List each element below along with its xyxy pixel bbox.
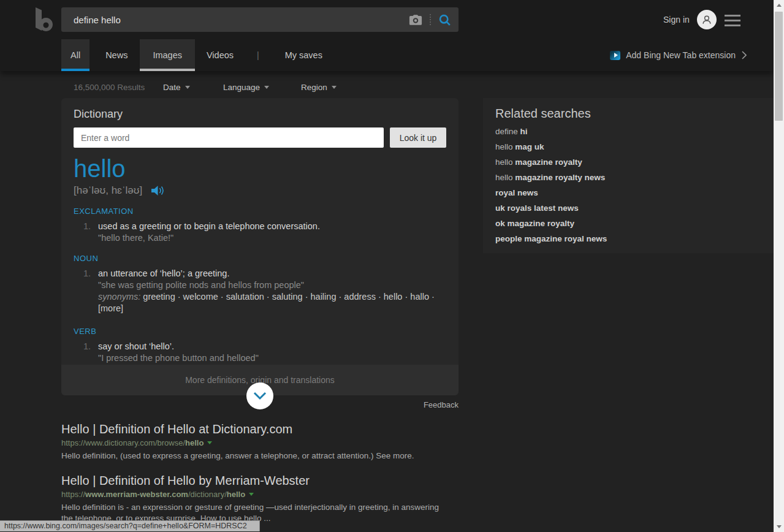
region-filter-dropdown[interactable]: Region xyxy=(301,83,337,92)
result-url: https://www.merriam-webster.com/dictiona… xyxy=(61,490,459,499)
tab-all[interactable]: All xyxy=(61,39,89,71)
pronunciation-row: [həˈləʊ, hɛˈləʊ] xyxy=(74,184,446,197)
definition-text: say or shout ‘hello’. xyxy=(98,341,446,352)
bing-logo-icon[interactable] xyxy=(33,6,54,33)
scroll-up-arrow-icon[interactable] xyxy=(774,0,784,10)
related-bold-text: people magazine royal news xyxy=(495,234,607,243)
result-title-link[interactable]: Hello | Definition of Hello by Merriam-W… xyxy=(61,473,459,488)
tab-my-saves[interactable]: My saves xyxy=(285,39,322,71)
related-bold-text: mag uk xyxy=(515,142,544,151)
related-search-link[interactable]: uk royals latest news xyxy=(495,204,763,213)
add-extension-promo[interactable]: Add Bing New Tab extension xyxy=(610,39,747,71)
definition-entry: 1. say or shout ‘hello’. "I pressed the … xyxy=(74,341,446,364)
tab-images[interactable]: Images xyxy=(140,39,195,71)
example-text: "hello there, Katie!" xyxy=(98,232,446,244)
synonyms-list[interactable]: greeting · welcome · salutation · saluti… xyxy=(98,292,435,313)
related-normal-text: define xyxy=(495,127,520,136)
person-icon xyxy=(701,13,713,26)
result-url: https://www.dictionary.com/browse/hello xyxy=(61,438,459,447)
search-input[interactable] xyxy=(61,15,409,25)
scroll-down-arrow-icon[interactable] xyxy=(774,522,784,532)
language-filter-label: Language xyxy=(223,83,260,92)
pronunciation: [həˈləʊ, hɛˈləʊ] xyxy=(74,184,142,197)
related-search-link[interactable]: hello mag uk xyxy=(495,143,763,151)
tab-videos[interactable]: Videos xyxy=(207,39,234,71)
url-dropdown-icon[interactable] xyxy=(249,493,254,496)
related-search-link[interactable]: ok magazine royalty xyxy=(495,219,763,228)
speaker-icon[interactable] xyxy=(151,185,166,196)
bing-serp-page: Sign in All News Images xyxy=(0,0,784,532)
search-icon[interactable] xyxy=(438,13,451,26)
chevron-down-icon xyxy=(332,86,337,89)
result-title-link[interactable]: Hello | Definition of Hello at Dictionar… xyxy=(61,422,459,436)
pos-label-verb: VERB xyxy=(74,327,446,336)
camera-icon[interactable] xyxy=(409,14,422,26)
filters-bar: 16,500,000 Results Date Language Region xyxy=(0,78,774,98)
search-result: Hello | Definition of Hello by Merriam-W… xyxy=(61,473,459,523)
dictionary-card-title: Dictionary xyxy=(74,108,446,121)
url-text: https://www.merriam-webster.com/dictiona… xyxy=(61,490,245,499)
synonyms-label: synonyms: xyxy=(98,292,140,302)
related-normal-text: hello xyxy=(495,158,515,167)
hamburger-menu-icon[interactable] xyxy=(725,15,740,26)
related-search-link[interactable]: hello magazine royalty xyxy=(495,158,763,167)
date-filter-label: Date xyxy=(163,83,181,92)
chevron-down-icon xyxy=(185,86,190,89)
related-searches-title: Related searches xyxy=(495,107,763,121)
sign-in-button[interactable]: Sign in xyxy=(663,15,690,25)
search-divider xyxy=(430,14,431,25)
feedback-link[interactable]: Feedback xyxy=(424,400,459,409)
related-search-link[interactable]: royal news xyxy=(495,189,763,197)
tab-videos-label: Videos xyxy=(207,50,234,60)
tab-all-active-underline xyxy=(61,69,89,71)
browser-status-bar: https://www.bing.com/images/search?q=def… xyxy=(0,520,260,531)
dictionary-word-input[interactable] xyxy=(74,127,384,148)
avatar[interactable] xyxy=(697,10,717,29)
example-text: "she was getting polite nods and hellos … xyxy=(98,279,446,291)
related-search-link[interactable]: define hi xyxy=(495,127,763,136)
language-filter-dropdown[interactable]: Language xyxy=(223,83,269,92)
tab-all-label: All xyxy=(70,50,80,60)
definition-entry: 1. an utterance of ‘hello’; a greeting. … xyxy=(74,268,446,314)
url-dropdown-icon[interactable] xyxy=(207,441,212,444)
related-bold-text: royal news xyxy=(495,188,538,197)
entry-number: 1. xyxy=(83,221,91,232)
tab-divider: | xyxy=(257,39,259,71)
related-search-link[interactable]: hello magazine royalty news xyxy=(495,173,763,182)
entry-number: 1. xyxy=(83,341,91,352)
scrollbar-thumb[interactable] xyxy=(775,12,783,121)
search-result: Hello | Definition of Hello at Dictionar… xyxy=(61,422,459,462)
related-bold-text: hi xyxy=(520,127,528,136)
related-bold-text: magazine royalty xyxy=(515,158,582,167)
tab-images-label: Images xyxy=(153,50,182,60)
search-box xyxy=(61,7,459,32)
top-bar: Sign in All News Images xyxy=(0,0,774,71)
related-normal-text: hello xyxy=(495,173,515,182)
extension-icon xyxy=(610,51,620,60)
entry-number: 1. xyxy=(83,268,91,279)
chevron-right-icon xyxy=(741,51,747,59)
related-searches-panel: Related searches define hi hello mag uk … xyxy=(483,98,775,253)
synonyms-row: synonyms:greeting · welcome · salutation… xyxy=(98,291,446,314)
tab-my-saves-label: My saves xyxy=(285,50,322,60)
extension-label: Add Bing New Tab extension xyxy=(626,50,736,60)
look-it-up-button[interactable]: Look it up xyxy=(390,127,446,148)
related-bold-text: magazine royalty news xyxy=(515,173,605,182)
related-search-link[interactable]: people magazine royal news xyxy=(495,235,763,243)
scrollbar[interactable] xyxy=(774,0,784,532)
sign-in-area: Sign in xyxy=(663,0,717,39)
headword: hello xyxy=(74,155,446,182)
definition-text: used as a greeting or to begin a telepho… xyxy=(98,221,446,232)
expand-card-button[interactable] xyxy=(246,382,273,409)
related-bold-text: ok magazine royalty xyxy=(495,219,574,228)
pos-label-exclamation: EXCLAMATION xyxy=(74,207,446,216)
results-count: 16,500,000 Results xyxy=(74,83,145,92)
url-text: https://www.dictionary.com/browse/hello xyxy=(61,438,204,447)
tab-news[interactable]: News xyxy=(105,39,127,71)
search-box-icons xyxy=(409,13,459,26)
date-filter-dropdown[interactable]: Date xyxy=(163,83,190,92)
search-tabs: All News Images Videos | My saves xyxy=(0,39,322,71)
related-bold-text: uk royals latest news xyxy=(495,203,579,213)
example-text: "I pressed the phone button and helloed" xyxy=(98,352,446,364)
definition-text: an utterance of ‘hello’; a greeting. xyxy=(98,268,446,279)
